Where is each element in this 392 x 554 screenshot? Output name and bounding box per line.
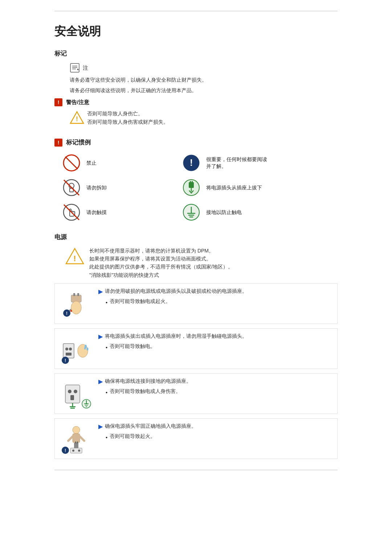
svg-point-48 <box>74 390 77 393</box>
page-title: 安全说明 <box>54 22 338 41</box>
note-text1: 请务必遵守这些安全说明，以确保人身安全和防止财产损失。 <box>70 76 338 84</box>
power-item-2: ! ▶ 将电源插头拔出或插入电源插座时，请勿用湿手触碰电源插头。 • 否则可能导… <box>54 328 338 369</box>
warning-label: 警告/注意 <box>66 98 89 107</box>
svg-text:!: ! <box>65 448 66 453</box>
svg-point-37 <box>65 348 68 350</box>
bullet-dot-2: • <box>106 343 107 352</box>
power-item-4-sub: 否则可能导致起火。 <box>110 432 155 440</box>
svg-point-67 <box>78 450 80 452</box>
power-item-1: ! ▶ 请勿使用破损的电源线或电源插头以及破损或松动的电源插座。 • 否则可能导… <box>54 283 338 324</box>
symbol-prohibit: 禁止 <box>62 153 167 173</box>
power-main-warning: ! 长时间不使用显示器时，请将您的计算机设置为 DPM。 如果使用屏幕保护程序，… <box>65 247 338 279</box>
triangle-warning-icon-1: ! <box>70 110 84 127</box>
power-item-1-content: ▶ 请勿使用破损的电源线或电源插头以及破损或松动的电源插座。 • 否则可能导致触… <box>98 287 247 307</box>
warning-text2: 否则可能导致人身伤害或财产损失。 <box>87 118 168 126</box>
bullet-dot-3: • <box>106 388 107 397</box>
conventions-exclaim-icon: ! <box>54 139 62 147</box>
svg-line-7 <box>65 157 78 169</box>
power-item-1-main: 请勿使用破损的电源线或电源插头以及破损或松动的电源插座。 <box>105 287 247 295</box>
symbol-unplug: 将电源插头从插座上拔下 <box>181 178 287 197</box>
conventions-heading: 标记惯例 <box>66 138 91 147</box>
warning-label-row: ! 警告/注意 <box>54 98 338 107</box>
markers-section: 标记 注 请务必遵守这些安全说明，以确保人身安全和防止财产损失。 请务必仔细阅读… <box>54 49 338 127</box>
note-row: 注 <box>54 63 338 73</box>
svg-rect-65 <box>70 448 82 453</box>
svg-point-58 <box>73 426 80 434</box>
svg-rect-17 <box>192 181 193 183</box>
power-warning-text2: 如果使用屏幕保护程序，请将其设置为活动画面模式。 <box>89 255 233 263</box>
power-item-2-content: ▶ 将电源插头拔出或插入电源插座时，请勿用湿手触碰电源插头。 • 否则可能导致触… <box>98 332 247 352</box>
svg-line-61 <box>80 436 84 441</box>
svg-rect-59 <box>73 434 80 443</box>
svg-rect-46 <box>65 385 80 403</box>
no-touch-label: 请勿触摸 <box>86 209 107 216</box>
svg-rect-64 <box>77 442 78 443</box>
power-item-3-sub: 否则可能导致触电或人身伤害。 <box>110 387 181 395</box>
svg-point-42 <box>87 348 89 350</box>
svg-text:!: ! <box>66 311 68 316</box>
power-item-2-main: 将电源插头拔出或插入电源插座时，请勿用湿手触碰电源插头。 <box>105 332 247 340</box>
power-section: 电源 ! 长时间不使用显示器时，请将您的计算机设置为 DPM。 如果使用屏幕保护… <box>54 232 338 459</box>
unplug-label: 将电源插头从插座上拔下 <box>206 184 262 192</box>
svg-text:!: ! <box>76 115 78 123</box>
bullet-dot-4: • <box>106 433 107 442</box>
symbol-no-touch: 请勿触摸 <box>62 202 167 222</box>
power-item-3: ▶ 确保将电源线连接到接地的电源插座。 • 否则可能导致触电或人身伤害。 <box>54 373 338 414</box>
note-text2: 请务必仔细阅读这些说明，并以正确的方法使用本产品。 <box>70 86 338 94</box>
svg-point-38 <box>69 348 72 350</box>
power-item-4: ! ▶ 确保电源插头牢固正确地插入电源插座。 • 否则可能导致起火。 <box>54 418 338 459</box>
svg-point-43 <box>84 347 86 350</box>
important-icon: ! <box>181 153 201 173</box>
prohibit-label: 禁止 <box>86 160 97 167</box>
svg-rect-15 <box>189 182 194 188</box>
svg-text:!: ! <box>65 358 66 363</box>
svg-rect-0 <box>70 63 79 72</box>
svg-point-47 <box>68 390 72 393</box>
no-disassemble-icon <box>62 178 81 197</box>
svg-rect-36 <box>63 344 74 358</box>
no-touch-icon <box>62 202 81 222</box>
important-label: 很重要，任何时候都要阅读并了解。 <box>206 156 267 170</box>
svg-point-31 <box>71 301 81 314</box>
warning-text1: 否则可能导致人身伤亡。 <box>87 110 168 118</box>
unplug-icon <box>181 178 201 197</box>
svg-point-66 <box>72 450 74 452</box>
bottom-rule <box>54 470 338 470</box>
power-heading: 电源 <box>54 232 338 242</box>
power-item-3-content: ▶ 确保将电源线连接到接地的电源插座。 • 否则可能导致触电或人身伤害。 <box>98 377 191 397</box>
svg-text:!: ! <box>190 157 193 168</box>
markers-heading: 标记 <box>54 49 338 58</box>
svg-rect-63 <box>75 442 76 443</box>
power-item-2-sub: 否则可能导致触电。 <box>110 342 155 350</box>
svg-rect-39 <box>66 353 72 356</box>
warning-block-1: ! 否则可能导致人身伤亡。 否则可能导致人身伤害或财产损失。 <box>70 110 338 127</box>
symbols-grid: 禁止 ! 很重要，任何时候都要阅读并了解。 <box>62 153 287 222</box>
power-warning-text1: 长时间不使用显示器时，请将您的计算机设置为 DPM。 <box>89 247 233 255</box>
power-item-3-main: 确保将电源线连接到接地的电源插座。 <box>105 377 191 385</box>
symbol-important: ! 很重要，任何时候都要阅读并了解。 <box>181 153 287 173</box>
svg-rect-49 <box>70 395 74 400</box>
power-warning-text3: 此处提供的图片仅供参考，不适用于所有情况（或国家/地区）。 <box>89 263 233 271</box>
power-item-4-main: 确保电源插头牢固正确地插入电源插座。 <box>105 422 196 430</box>
svg-rect-62 <box>74 443 78 448</box>
symbol-ground: 接地以防止触电 <box>181 202 287 222</box>
svg-text:!: ! <box>73 254 76 263</box>
power-item-1-sub: 否则可能导致触电或起火。 <box>110 297 171 305</box>
bullet-dot: • <box>106 298 107 307</box>
ground-icon <box>181 202 201 222</box>
note-label: 注 <box>83 63 88 72</box>
page-container: 安全说明 标记 注 请务必遵守这些安全说明，以确保人身安全和防止财产损失。 请务… <box>33 0 359 485</box>
svg-line-60 <box>68 436 73 441</box>
svg-rect-30 <box>77 293 79 296</box>
power-item-1-image: ! <box>60 287 93 320</box>
top-rule <box>54 11 338 11</box>
power-triangle-icon: ! <box>65 247 84 268</box>
no-disassemble-label: 请勿拆卸 <box>86 184 107 192</box>
power-warning-text4: "消除残影"功能说明的快捷方式 <box>89 271 233 279</box>
svg-rect-16 <box>190 181 191 183</box>
prohibit-icon <box>62 153 81 173</box>
power-item-3-image <box>60 377 93 410</box>
power-item-4-image: ! <box>60 422 93 455</box>
note-icon <box>70 63 80 73</box>
power-item-4-content: ▶ 确保电源插头牢固正确地插入电源插座。 • 否则可能导致起火。 <box>98 422 196 442</box>
